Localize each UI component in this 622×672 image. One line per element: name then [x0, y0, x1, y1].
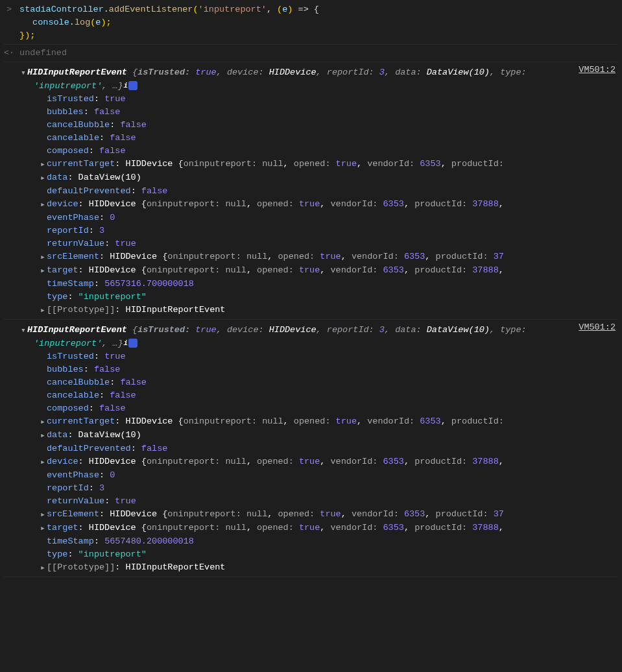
property-value: 3: [99, 226, 104, 235]
inline-token: vendorId:: [331, 523, 383, 533]
object-property[interactable]: ▶[[Prototype]]: HIDInputReportEvent: [39, 561, 618, 575]
colon: :: [78, 457, 89, 466]
inline-token: opened:: [257, 265, 299, 275]
expand-toggle-icon[interactable]: [19, 321, 27, 337]
inline-token: HIDDevice: [110, 509, 162, 519]
token-comma: ,: [267, 5, 277, 14]
expand-toggle-icon[interactable]: ▶: [39, 562, 47, 575]
token-method: addEventListener: [109, 5, 193, 14]
expand-toggle-icon[interactable]: ▶: [39, 172, 47, 185]
summary-value: HIDDevice: [269, 325, 317, 335]
property-value: HIDInputReportEvent: [126, 562, 226, 572]
object-properties: isTrusted: truebubbles: falsecancelBubbl…: [4, 350, 618, 575]
code-line[interactable]: console.log(e);: [32, 16, 112, 29]
expand-toggle-icon[interactable]: ▶: [39, 416, 47, 429]
expand-toggle-icon[interactable]: ▶: [39, 251, 47, 264]
inline-token: productId:: [436, 252, 494, 261]
property-key: composed: [47, 403, 89, 413]
object-property: eventPhase: 0: [39, 469, 618, 482]
code-line[interactable]: stadiaController.addEventListener('input…: [19, 3, 319, 16]
object-property[interactable]: ▶device: HIDDevice {oninputreport: null,…: [39, 198, 618, 211]
inline-token: ,: [283, 416, 294, 426]
info-icon[interactable]: i: [128, 339, 138, 348]
inline-token: null: [262, 159, 283, 169]
summary-key: reportId:: [327, 325, 379, 335]
colon: :: [99, 470, 110, 480]
brace: }: [118, 339, 123, 348]
object-property[interactable]: ▶[[Prototype]]: HIDInputReportEvent: [39, 304, 618, 317]
expand-toggle-icon[interactable]: [19, 64, 27, 80]
object-property[interactable]: ▶target: HIDDevice {oninputreport: null,…: [39, 264, 618, 278]
expand-toggle-icon[interactable]: ▶: [39, 509, 47, 522]
object-property[interactable]: ▶data: DataView(10): [39, 171, 618, 185]
colon: :: [99, 133, 110, 143]
object-class: HIDInputReportEvent: [27, 67, 132, 77]
inline-token: null: [246, 252, 267, 261]
inline-token: ,: [246, 265, 257, 275]
property-value: true: [104, 352, 125, 361]
expand-toggle-icon[interactable]: ▶: [39, 198, 47, 211]
inline-token: ,: [320, 265, 330, 275]
inline-token: 6353: [383, 199, 404, 209]
property-key: composed: [47, 146, 89, 156]
inline-token: vendorId:: [352, 509, 404, 519]
inline-token: ,: [320, 457, 330, 466]
expand-toggle-icon[interactable]: ▶: [39, 429, 47, 442]
colon: :: [131, 444, 141, 453]
object-summary[interactable]: HIDInputReportEvent {isTrusted: true, de…: [4, 321, 579, 350]
colon: :: [94, 94, 104, 104]
object-property[interactable]: ▶srcElement: HIDDevice {oninputreport: n…: [39, 508, 618, 522]
property-key: cancelBubble: [47, 120, 110, 130]
inline-token: null: [225, 265, 246, 275]
expand-toggle-icon[interactable]: ▶: [39, 265, 47, 278]
object-property[interactable]: ▶device: HIDDevice {oninputreport: null,…: [39, 455, 618, 469]
property-key: srcElement: [47, 252, 99, 261]
summary-value: 'inputreport': [34, 81, 102, 91]
property-value: true: [115, 239, 136, 248]
source-link[interactable]: VM501:2: [579, 64, 616, 77]
expand-toggle-icon[interactable]: ▶: [39, 456, 47, 469]
inline-token: HIDDevice: [89, 457, 141, 466]
property-key: returnValue: [47, 239, 104, 248]
inline-token: vendorId:: [367, 159, 420, 169]
inline-token: {: [141, 457, 147, 466]
object-summary[interactable]: HIDInputReportEvent {isTrusted: true, de…: [4, 64, 579, 93]
token-paren: );: [101, 18, 111, 27]
colon: :: [131, 186, 141, 196]
property-key: [[Prototype]]: [47, 562, 115, 572]
object-property[interactable]: ▶target: HIDDevice {oninputreport: null,…: [39, 522, 618, 535]
expand-toggle-icon[interactable]: ▶: [39, 304, 47, 317]
comma: ,: [385, 67, 395, 77]
token-string: 'inputreport': [198, 5, 267, 14]
property-key: reportId: [47, 226, 89, 235]
inline-token: 6353: [420, 159, 440, 169]
inline-token: vendorId:: [367, 416, 420, 426]
inline-token: ,: [441, 159, 451, 169]
inline-token: 37: [494, 252, 504, 261]
console-log-message: VM501:2HIDInputReportEvent {isTrusted: t…: [4, 320, 618, 577]
expand-toggle-icon[interactable]: ▶: [39, 158, 47, 171]
object-property[interactable]: ▶currentTarget: HIDDevice {oninputreport…: [39, 158, 618, 171]
code-line[interactable]: });: [19, 29, 35, 42]
log-messages: VM501:2HIDInputReportEvent {isTrusted: t…: [4, 62, 618, 577]
object-property: timeStamp: 5657316.700000018: [39, 278, 618, 291]
property-value: DataView(10): [78, 430, 141, 440]
summary-value: DataView(10): [427, 67, 490, 77]
info-icon[interactable]: i: [128, 81, 138, 90]
inline-token: productId:: [414, 457, 472, 466]
property-key: currentTarget: [47, 159, 115, 169]
property-key: data: [47, 430, 67, 440]
object-property[interactable]: ▶srcElement: HIDDevice {oninputreport: n…: [39, 250, 618, 264]
object-property[interactable]: ▶currentTarget: HIDDevice {oninputreport…: [39, 415, 618, 429]
object-property[interactable]: ▶data: DataView(10): [39, 429, 618, 442]
property-value: false: [99, 403, 126, 413]
inline-token: true: [320, 509, 341, 519]
summary-key: isTrusted:: [138, 325, 195, 335]
property-key: type: [47, 292, 67, 302]
property-value: true: [104, 94, 125, 104]
devtools-console: > stadiaController.addEventListener('inp…: [0, 0, 622, 584]
source-link[interactable]: VM501:2: [579, 321, 616, 334]
colon: :: [78, 199, 89, 209]
property-key: srcElement: [47, 509, 99, 519]
expand-toggle-icon[interactable]: ▶: [39, 522, 47, 535]
